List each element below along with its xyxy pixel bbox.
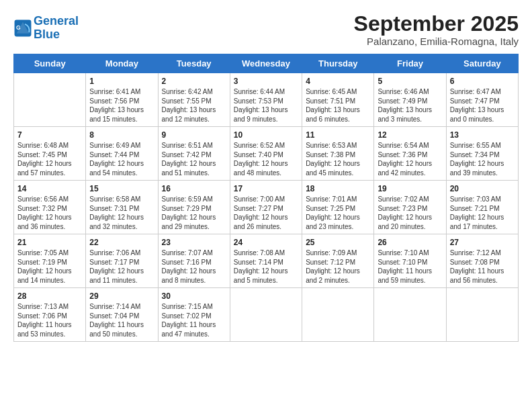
calendar-cell: 2Sunrise: 6:42 AM Sunset: 7:55 PM Daylig… [158, 73, 230, 127]
calendar-cell: 22Sunrise: 7:06 AM Sunset: 7:17 PM Dayli… [86, 234, 158, 288]
calendar-cell: 12Sunrise: 6:54 AM Sunset: 7:36 PM Dayli… [374, 127, 446, 181]
weekday-header: Friday [374, 54, 446, 73]
day-number: 25 [306, 238, 370, 247]
calendar-cell: 25Sunrise: 7:09 AM Sunset: 7:12 PM Dayli… [302, 234, 374, 288]
calendar-cell: 20Sunrise: 7:03 AM Sunset: 7:21 PM Dayli… [446, 181, 518, 234]
day-info: Sunrise: 6:46 AM Sunset: 7:49 PM Dayligh… [378, 87, 442, 124]
calendar-cell: 24Sunrise: 7:08 AM Sunset: 7:14 PM Dayli… [230, 234, 302, 288]
calendar-week-row: 1Sunrise: 6:41 AM Sunset: 7:56 PM Daylig… [14, 73, 519, 127]
calendar-cell: 30Sunrise: 7:15 AM Sunset: 7:02 PM Dayli… [158, 288, 230, 342]
day-info: Sunrise: 6:53 AM Sunset: 7:38 PM Dayligh… [306, 141, 370, 177]
calendar-cell: 28Sunrise: 7:13 AM Sunset: 7:06 PM Dayli… [14, 288, 86, 342]
day-info: Sunrise: 7:09 AM Sunset: 7:12 PM Dayligh… [306, 248, 370, 285]
day-info: Sunrise: 7:03 AM Sunset: 7:21 PM Dayligh… [450, 195, 515, 231]
day-info: Sunrise: 7:15 AM Sunset: 7:02 PM Dayligh… [162, 302, 226, 338]
day-number: 2 [162, 77, 226, 86]
day-number: 10 [234, 130, 298, 140]
weekday-header: Saturday [446, 54, 518, 73]
day-info: Sunrise: 7:14 AM Sunset: 7:04 PM Dayligh… [89, 302, 154, 338]
calendar-cell: 19Sunrise: 7:02 AM Sunset: 7:23 PM Dayli… [374, 181, 446, 234]
calendar-cell: 18Sunrise: 7:01 AM Sunset: 7:25 PM Dayli… [302, 181, 374, 234]
day-number: 5 [378, 77, 442, 86]
day-number: 1 [89, 77, 154, 86]
calendar-cell: 27Sunrise: 7:12 AM Sunset: 7:08 PM Dayli… [446, 234, 518, 288]
day-info: Sunrise: 7:12 AM Sunset: 7:08 PM Dayligh… [450, 248, 515, 285]
day-number: 7 [17, 130, 82, 140]
day-info: Sunrise: 7:01 AM Sunset: 7:25 PM Dayligh… [306, 195, 370, 231]
calendar-cell: 26Sunrise: 7:10 AM Sunset: 7:10 PM Dayli… [374, 234, 446, 288]
day-info: Sunrise: 6:58 AM Sunset: 7:31 PM Dayligh… [89, 195, 154, 231]
day-info: Sunrise: 7:13 AM Sunset: 7:06 PM Dayligh… [17, 302, 82, 338]
day-number: 20 [450, 184, 515, 193]
logo-text: General Blue [34, 15, 79, 42]
weekday-header-row: SundayMondayTuesdayWednesdayThursdayFrid… [14, 54, 519, 73]
day-number: 13 [450, 130, 515, 140]
calendar-week-row: 21Sunrise: 7:05 AM Sunset: 7:19 PM Dayli… [14, 234, 519, 288]
calendar-week-row: 28Sunrise: 7:13 AM Sunset: 7:06 PM Dayli… [14, 288, 519, 342]
day-number: 17 [234, 184, 298, 193]
calendar-cell: 8Sunrise: 6:49 AM Sunset: 7:44 PM Daylig… [86, 127, 158, 181]
day-info: Sunrise: 6:59 AM Sunset: 7:29 PM Dayligh… [162, 195, 226, 231]
day-number: 23 [162, 238, 226, 247]
weekday-header: Monday [86, 54, 158, 73]
day-info: Sunrise: 6:41 AM Sunset: 7:56 PM Dayligh… [89, 87, 154, 124]
weekday-header: Thursday [302, 54, 374, 73]
day-number: 19 [378, 184, 442, 193]
day-info: Sunrise: 7:00 AM Sunset: 7:27 PM Dayligh… [234, 195, 298, 231]
calendar-cell [302, 288, 374, 342]
calendar-title: September 2025 [354, 12, 519, 36]
calendar-cell: 17Sunrise: 7:00 AM Sunset: 7:27 PM Dayli… [230, 181, 302, 234]
calendar-cell: 1Sunrise: 6:41 AM Sunset: 7:56 PM Daylig… [86, 73, 158, 127]
day-info: Sunrise: 7:02 AM Sunset: 7:23 PM Dayligh… [378, 195, 442, 231]
day-info: Sunrise: 6:49 AM Sunset: 7:44 PM Dayligh… [89, 141, 154, 177]
day-number: 27 [450, 238, 515, 247]
day-number: 29 [89, 291, 154, 301]
day-number: 15 [89, 184, 154, 193]
day-number: 28 [17, 291, 82, 301]
day-info: Sunrise: 6:55 AM Sunset: 7:34 PM Dayligh… [450, 141, 515, 177]
day-info: Sunrise: 6:51 AM Sunset: 7:42 PM Dayligh… [162, 141, 226, 177]
calendar-cell: 3Sunrise: 6:44 AM Sunset: 7:53 PM Daylig… [230, 73, 302, 127]
calendar-cell [230, 288, 302, 342]
calendar-cell: 29Sunrise: 7:14 AM Sunset: 7:04 PM Dayli… [86, 288, 158, 342]
day-number: 18 [306, 184, 370, 193]
calendar-cell: 13Sunrise: 6:55 AM Sunset: 7:34 PM Dayli… [446, 127, 518, 181]
day-number: 26 [378, 238, 442, 247]
calendar-cell: 4Sunrise: 6:45 AM Sunset: 7:51 PM Daylig… [302, 73, 374, 127]
day-number: 11 [306, 130, 370, 140]
day-info: Sunrise: 6:47 AM Sunset: 7:47 PM Dayligh… [450, 87, 515, 124]
calendar-subtitle: Palanzano, Emilia-Romagna, Italy [354, 36, 519, 47]
calendar-cell [14, 73, 86, 127]
day-number: 9 [162, 130, 226, 140]
day-info: Sunrise: 7:10 AM Sunset: 7:10 PM Dayligh… [378, 248, 442, 285]
day-info: Sunrise: 6:42 AM Sunset: 7:55 PM Dayligh… [162, 87, 226, 124]
day-number: 30 [162, 291, 226, 301]
calendar-cell: 10Sunrise: 6:52 AM Sunset: 7:40 PM Dayli… [230, 127, 302, 181]
calendar-cell: 11Sunrise: 6:53 AM Sunset: 7:38 PM Dayli… [302, 127, 374, 181]
weekday-header: Tuesday [158, 54, 230, 73]
day-number: 22 [89, 238, 154, 247]
calendar-table: SundayMondayTuesdayWednesdayThursdayFrid… [13, 54, 519, 342]
day-info: Sunrise: 6:45 AM Sunset: 7:51 PM Dayligh… [306, 87, 370, 124]
day-info: Sunrise: 6:48 AM Sunset: 7:45 PM Dayligh… [17, 141, 82, 177]
calendar-page: G General Blue September 2025 Palanzano,… [0, 0, 532, 411]
calendar-cell: 7Sunrise: 6:48 AM Sunset: 7:45 PM Daylig… [14, 127, 86, 181]
day-number: 21 [17, 238, 82, 247]
day-number: 3 [234, 77, 298, 86]
day-number: 6 [450, 77, 515, 86]
calendar-cell: 5Sunrise: 6:46 AM Sunset: 7:49 PM Daylig… [374, 73, 446, 127]
logo-icon: G [13, 19, 32, 38]
day-number: 4 [306, 77, 370, 86]
day-info: Sunrise: 7:07 AM Sunset: 7:16 PM Dayligh… [162, 248, 226, 285]
calendar-week-row: 14Sunrise: 6:56 AM Sunset: 7:32 PM Dayli… [14, 181, 519, 234]
weekday-header: Sunday [14, 54, 86, 73]
day-info: Sunrise: 7:06 AM Sunset: 7:17 PM Dayligh… [89, 248, 154, 285]
calendar-cell: 23Sunrise: 7:07 AM Sunset: 7:16 PM Dayli… [158, 234, 230, 288]
svg-text:G: G [16, 24, 21, 30]
calendar-cell [374, 288, 446, 342]
calendar-cell: 21Sunrise: 7:05 AM Sunset: 7:19 PM Dayli… [14, 234, 86, 288]
calendar-week-row: 7Sunrise: 6:48 AM Sunset: 7:45 PM Daylig… [14, 127, 519, 181]
day-info: Sunrise: 6:56 AM Sunset: 7:32 PM Dayligh… [17, 195, 82, 231]
calendar-cell: 16Sunrise: 6:59 AM Sunset: 7:29 PM Dayli… [158, 181, 230, 234]
header: G General Blue September 2025 Palanzano,… [13, 12, 519, 47]
